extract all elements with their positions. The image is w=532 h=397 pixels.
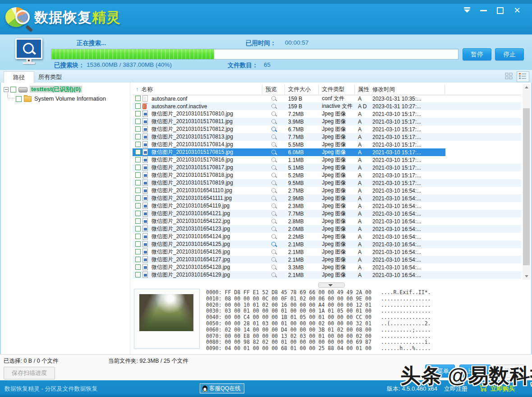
table-row[interactable]: 微信图片_202103101654127.jpg 2.1MB Jpeg 图像 A… — [133, 256, 521, 263]
preview-magnifier-icon[interactable] — [271, 265, 276, 269]
table-row[interactable]: 微信图片_2021031015170810.jpg 7.2MB Jpeg 图像 … — [133, 110, 521, 118]
splitter-handle[interactable] — [318, 282, 344, 288]
row-checkbox[interactable] — [135, 165, 141, 170]
row-checkbox[interactable] — [135, 211, 141, 216]
table-row[interactable]: 微信图片_2021031015170813.jpg 7.7MB Jpeg 图像 … — [133, 133, 521, 141]
preview-magnifier-icon[interactable] — [271, 272, 276, 277]
preview-magnifier-icon[interactable] — [271, 188, 276, 193]
preview-magnifier-icon[interactable] — [271, 226, 276, 231]
table-row[interactable]: autoshare.conf 159 B conf 文件 A 2023-01-3… — [133, 95, 521, 102]
table-row[interactable]: 微信图片_202103101654124.jpg 2.2MB Jpeg 图像 A… — [133, 233, 521, 240]
tree-child-checkbox[interactable] — [16, 96, 22, 102]
table-row[interactable]: 微信图片_2021031015170812.jpg 6.7MB Jpeg 图像 … — [133, 125, 521, 133]
preview-magnifier-icon[interactable] — [271, 134, 276, 139]
table-row[interactable]: 微信图片_2021031015170818.jpg 5.2MB Jpeg 图像 … — [133, 171, 521, 179]
close-icon[interactable]: ✕ — [512, 6, 522, 14]
register-link[interactable]: 立即注册 — [444, 385, 468, 393]
row-checkbox[interactable] — [135, 142, 141, 147]
preview-magnifier-icon[interactable] — [271, 150, 276, 154]
header-mtime[interactable]: 修改时间 — [369, 84, 445, 95]
header-attr[interactable]: 属性 — [355, 84, 369, 95]
table-row[interactable]: 微信图片_202103101654119.jpg 2.3MB Jpeg 图像 A… — [133, 202, 521, 210]
preview-magnifier-icon[interactable] — [271, 196, 276, 200]
table-row[interactable]: 微信图片_2021031015170819.jpg 9.5MB Jpeg 图像 … — [133, 179, 521, 187]
row-checkbox[interactable] — [135, 103, 141, 109]
row-checkbox[interactable] — [135, 134, 141, 139]
table-row[interactable]: 微信图片_2021031015170816.jpg 1.1MB Jpeg 图像 … — [133, 156, 521, 164]
back-button[interactable]: 上一步 — [459, 365, 491, 378]
tab-all-types[interactable]: 所有类型 — [33, 71, 67, 83]
row-checkbox[interactable] — [135, 126, 141, 132]
list-view-icon[interactable] — [517, 71, 529, 82]
preview-magnifier-icon[interactable] — [271, 127, 276, 131]
row-checkbox[interactable] — [135, 226, 141, 231]
vertical-scrollbar[interactable] — [523, 84, 530, 280]
row-checkbox[interactable] — [135, 264, 141, 270]
preview-magnifier-icon[interactable] — [271, 173, 276, 177]
maximize-icon[interactable] — [495, 6, 505, 14]
row-checkbox[interactable] — [135, 257, 141, 262]
row-checkbox[interactable] — [135, 149, 141, 155]
recover-button[interactable]: 恢复 — [495, 365, 527, 378]
row-checkbox[interactable] — [135, 180, 141, 185]
table-row[interactable]: 微信图片_2021031015170811.jpg 3.9MB Jpeg 图像 … — [133, 118, 521, 125]
preview-magnifier-icon[interactable] — [271, 119, 276, 124]
row-checkbox[interactable] — [135, 203, 141, 208]
preview-magnifier-icon[interactable] — [271, 219, 276, 223]
preview-magnifier-icon[interactable] — [271, 203, 276, 208]
preview-magnifier-icon[interactable] — [271, 165, 276, 170]
preview-magnifier-icon[interactable] — [271, 142, 276, 147]
table-row[interactable]: 微信图片_202103101654128.jpg 3.3MB Jpeg 图像 A… — [133, 263, 521, 271]
row-checkbox[interactable] — [135, 272, 141, 277]
scroll-down-icon[interactable] — [523, 273, 530, 280]
preview-magnifier-icon[interactable] — [271, 249, 276, 254]
row-checkbox[interactable] — [135, 241, 141, 247]
skin-menu-icon[interactable] — [463, 6, 472, 14]
qq-support-button[interactable]: 客服QQ在线 — [200, 383, 244, 393]
tab-path[interactable]: 路径 — [4, 71, 34, 83]
table-row[interactable]: 微信图片_2021031016541111.jpg 2.9MB Jpeg 图像 … — [133, 194, 521, 202]
collapse-icon[interactable] — [4, 87, 9, 92]
row-checkbox[interactable] — [135, 249, 141, 254]
header-name[interactable]: ↑名称 — [133, 84, 262, 95]
scrollbar-thumb[interactable] — [523, 108, 530, 265]
tree-root-checkbox[interactable] — [10, 87, 16, 92]
table-row[interactable]: 微信图片_2021031016541110.jpg 2.7MB Jpeg 图像 … — [133, 187, 521, 194]
row-checkbox[interactable] — [135, 172, 141, 178]
header-type[interactable]: 文件类型 — [319, 84, 355, 95]
preview-magnifier-icon[interactable] — [271, 257, 276, 262]
preview-magnifier-icon[interactable] — [271, 157, 276, 162]
preview-magnifier-icon[interactable] — [271, 242, 276, 246]
preview-magnifier-icon[interactable] — [271, 96, 276, 101]
table-row[interactable]: 微信图片_2021031015170815.jpg 6.0MB Jpeg 图像 … — [133, 148, 521, 156]
preview-magnifier-icon[interactable] — [271, 234, 276, 239]
preview-magnifier-icon[interactable] — [271, 211, 276, 216]
header-size[interactable]: 文件大小 — [285, 84, 319, 95]
preview-magnifier-icon[interactable] — [271, 104, 276, 108]
stop-button[interactable]: 停止 — [495, 48, 524, 60]
row-checkbox[interactable] — [135, 195, 141, 201]
save-scan-progress-button[interactable]: 保存扫描进度 — [4, 367, 55, 379]
table-row[interactable]: 微信图片_202103101654122.jpg 2.8MB Jpeg 图像 A… — [133, 217, 521, 225]
row-checkbox[interactable] — [135, 157, 141, 162]
row-checkbox[interactable] — [135, 234, 141, 239]
table-row[interactable]: 微信图片_2021031015170814.jpg 5.5MB Jpeg 图像 … — [133, 141, 521, 148]
header-preview[interactable]: 预览 — [262, 84, 285, 95]
table-row[interactable]: 微信图片_202103101654126.jpg 2.1MB Jpeg 图像 A… — [133, 248, 521, 256]
pause-button[interactable]: 暂停 — [463, 48, 491, 60]
row-checkbox[interactable] — [135, 111, 141, 116]
minimize-icon[interactable] — [479, 6, 489, 14]
main-menu-button[interactable]: 主菜单 — [425, 365, 455, 378]
tree-item-root[interactable]: testtest(已识别)(0) — [4, 85, 82, 93]
tree-item-system-volume[interactable]: System Volume Information — [16, 95, 106, 103]
table-row[interactable]: 微信图片_202103101654129.jpg 2.1MB Jpeg 图像 A… — [133, 271, 521, 279]
cart-icon[interactable] — [479, 384, 488, 394]
row-checkbox[interactable] — [135, 218, 141, 224]
table-row[interactable]: 微信图片_202103101654123.jpg 2.0MB Jpeg 图像 A… — [133, 225, 521, 233]
table-row[interactable]: 微信图片_202103101654125.jpg 2.1MB Jpeg 图像 A… — [133, 240, 521, 248]
preview-magnifier-icon[interactable] — [271, 180, 276, 185]
row-checkbox[interactable] — [135, 96, 141, 101]
buy-now-link[interactable]: 立即购买 — [491, 385, 515, 393]
table-row[interactable]: 微信图片_2021031015170817.jpg 5.1MB Jpeg 图像 … — [133, 164, 521, 171]
preview-magnifier-icon[interactable] — [271, 111, 276, 116]
